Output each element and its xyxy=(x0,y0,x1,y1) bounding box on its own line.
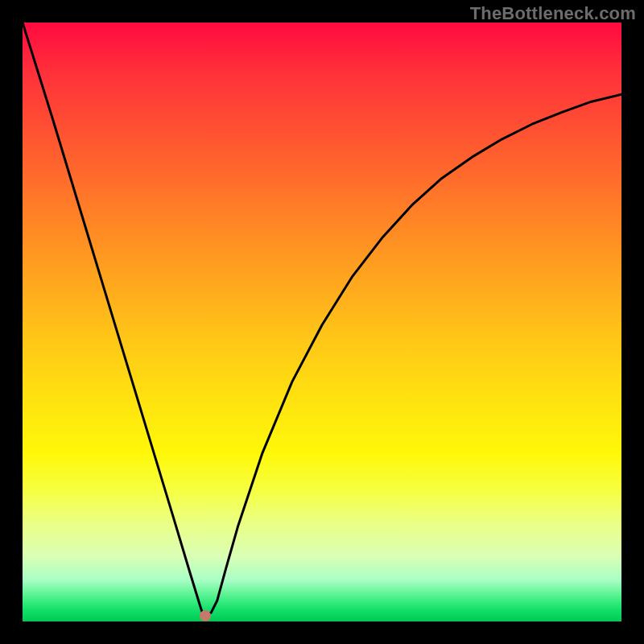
chart-frame: TheBottleneck.com xyxy=(0,0,644,644)
attribution-label: TheBottleneck.com xyxy=(470,3,636,24)
curve-layer xyxy=(23,23,621,621)
plot-area xyxy=(23,23,621,621)
bottleneck-curve xyxy=(23,23,621,614)
optimal-point-marker xyxy=(200,610,211,621)
